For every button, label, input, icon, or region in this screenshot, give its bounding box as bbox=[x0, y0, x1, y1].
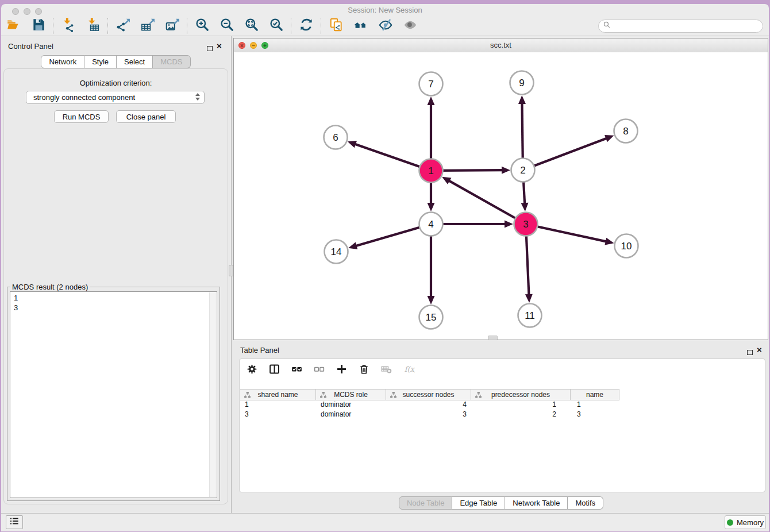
horizontal-splitter-handle[interactable] bbox=[488, 336, 498, 340]
graph-edge-4-14[interactable] bbox=[348, 224, 431, 249]
network-canvas[interactable]: 7968124314101511 bbox=[234, 52, 768, 340]
table-cell[interactable]: 1 bbox=[571, 399, 619, 409]
list-icon bbox=[9, 516, 20, 529]
table-row[interactable]: 3dominator323 bbox=[240, 409, 619, 419]
add-row-button[interactable] bbox=[335, 364, 348, 376]
tab-node-table[interactable]: Node Table bbox=[399, 496, 453, 510]
export-image-icon bbox=[165, 17, 180, 34]
column-header-name[interactable]: name bbox=[571, 390, 619, 400]
float-icon bbox=[747, 350, 753, 355]
application-window: Session: New Session Control Panel × Net… bbox=[0, 0, 770, 532]
graph-edge-2-8[interactable] bbox=[523, 135, 614, 170]
task-history-button[interactable] bbox=[6, 515, 23, 529]
svg-text:4: 4 bbox=[428, 219, 433, 230]
deselect-all-button[interactable] bbox=[313, 364, 325, 376]
tab-network[interactable]: Network bbox=[41, 55, 84, 68]
table-panel-close-button[interactable]: × bbox=[757, 345, 762, 355]
main-toolbar bbox=[1, 16, 769, 36]
export-image-button[interactable] bbox=[164, 18, 180, 34]
tab-motifs[interactable]: Motifs bbox=[568, 496, 603, 510]
zoom-out-icon bbox=[220, 17, 234, 34]
zoom-fit-button[interactable] bbox=[244, 18, 260, 34]
show-details-button[interactable] bbox=[378, 18, 394, 34]
graph-edge-1-6[interactable] bbox=[348, 141, 431, 171]
graph-node-6[interactable]: 6 bbox=[324, 126, 348, 149]
graph-edge-3-1[interactable] bbox=[442, 177, 526, 224]
control-panel-close-button[interactable]: × bbox=[217, 41, 222, 51]
zoom-in-button[interactable] bbox=[194, 18, 210, 34]
table-cell[interactable]: dominator bbox=[316, 399, 386, 409]
import-table-icon bbox=[86, 17, 101, 34]
graph-node-8[interactable]: 8 bbox=[614, 119, 638, 143]
svg-text:7: 7 bbox=[428, 79, 433, 90]
table-cell[interactable]: 1 bbox=[471, 399, 571, 409]
birds-eye-button[interactable] bbox=[402, 18, 418, 34]
deselect-all-icon bbox=[313, 363, 325, 377]
table-cell[interactable]: 2 bbox=[471, 409, 571, 419]
column-header-predecessor-nodes[interactable]: predecessor nodes bbox=[471, 390, 571, 400]
import-table-button[interactable] bbox=[85, 18, 101, 34]
graph-node-14[interactable]: 14 bbox=[325, 240, 348, 264]
graph-node-11[interactable]: 11 bbox=[518, 304, 542, 327]
graph-node-10[interactable]: 10 bbox=[615, 234, 638, 258]
tree-icon bbox=[244, 391, 251, 399]
save-session-button[interactable] bbox=[30, 18, 47, 34]
column-header-successor-nodes[interactable]: successor nodes bbox=[386, 390, 471, 400]
close-panel-button[interactable]: Close panel bbox=[116, 110, 176, 123]
clone-network-button[interactable] bbox=[328, 18, 344, 34]
table-cell[interactable]: 4 bbox=[386, 399, 471, 409]
optimization-criterion-select[interactable]: strongly connected component bbox=[26, 91, 205, 104]
table-cell[interactable]: dominator bbox=[316, 409, 386, 419]
tab-network-table[interactable]: Network Table bbox=[505, 496, 568, 510]
column-header-shared-name[interactable]: shared name bbox=[240, 390, 316, 400]
delete-row-button[interactable] bbox=[357, 364, 370, 376]
tab-edge-table[interactable]: Edge Table bbox=[452, 496, 505, 510]
memory-button[interactable]: Memory bbox=[725, 515, 766, 529]
birds-eye-icon bbox=[403, 17, 418, 34]
run-mcds-button[interactable]: Run MCDS bbox=[54, 110, 109, 123]
graph-node-4[interactable]: 4 bbox=[419, 213, 443, 236]
graph-node-9[interactable]: 9 bbox=[510, 71, 534, 95]
table-row[interactable]: 1dominator411 bbox=[240, 399, 619, 409]
svg-text:8: 8 bbox=[623, 126, 628, 137]
refresh-button[interactable] bbox=[298, 18, 314, 34]
select-all-button[interactable] bbox=[290, 364, 303, 376]
node-table-container: f(x) shared nameMCDS rolesuccessor nodes… bbox=[239, 358, 765, 492]
svg-text:2: 2 bbox=[520, 165, 525, 176]
mcds-result-title: MCDS result (2 nodes) bbox=[10, 283, 90, 291]
tab-style[interactable]: Style bbox=[84, 55, 117, 68]
graph-node-2[interactable]: 2 bbox=[511, 159, 535, 182]
mcds-result-textarea[interactable]: 13 bbox=[10, 291, 217, 498]
graph-node-1[interactable]: 1 bbox=[419, 159, 443, 183]
tab-mcds[interactable]: MCDS bbox=[153, 55, 190, 68]
home-button[interactable] bbox=[353, 18, 369, 34]
column-header-mcds-role[interactable]: MCDS role bbox=[316, 390, 386, 400]
table-cell[interactable]: 1 bbox=[240, 399, 316, 409]
export-network-button[interactable] bbox=[115, 18, 131, 34]
graph-node-7[interactable]: 7 bbox=[419, 72, 443, 96]
zoom-out-button[interactable] bbox=[219, 18, 235, 34]
table-tabbar: Node TableEdge TableNetwork TableMotifs bbox=[232, 496, 770, 510]
settings-button[interactable] bbox=[245, 364, 258, 376]
table-cell[interactable]: 3 bbox=[571, 409, 619, 419]
status-bar bbox=[1, 513, 769, 531]
export-table-button[interactable] bbox=[140, 18, 156, 34]
result-scrollbar[interactable] bbox=[209, 292, 216, 497]
graph-edge-3-10[interactable] bbox=[526, 224, 614, 245]
graph-node-15[interactable]: 15 bbox=[419, 306, 443, 329]
search-input[interactable] bbox=[614, 21, 758, 31]
graph-node-3[interactable]: 3 bbox=[514, 213, 538, 236]
zoom-selected-button[interactable] bbox=[268, 18, 284, 34]
control-panel-float-button[interactable] bbox=[207, 43, 213, 53]
columns-button[interactable] bbox=[268, 364, 280, 376]
table-cell[interactable]: 3 bbox=[240, 409, 316, 419]
export-network-icon bbox=[116, 17, 130, 34]
tab-select[interactable]: Select bbox=[117, 55, 153, 68]
open-file-button[interactable] bbox=[6, 18, 22, 34]
control-panel-title-text: Control Panel bbox=[8, 42, 53, 51]
import-network-button[interactable] bbox=[60, 18, 76, 34]
column-label: shared name bbox=[257, 391, 298, 399]
memory-status-icon bbox=[727, 519, 733, 526]
table-panel-float-button[interactable] bbox=[747, 347, 753, 357]
table-cell[interactable]: 3 bbox=[386, 409, 471, 419]
